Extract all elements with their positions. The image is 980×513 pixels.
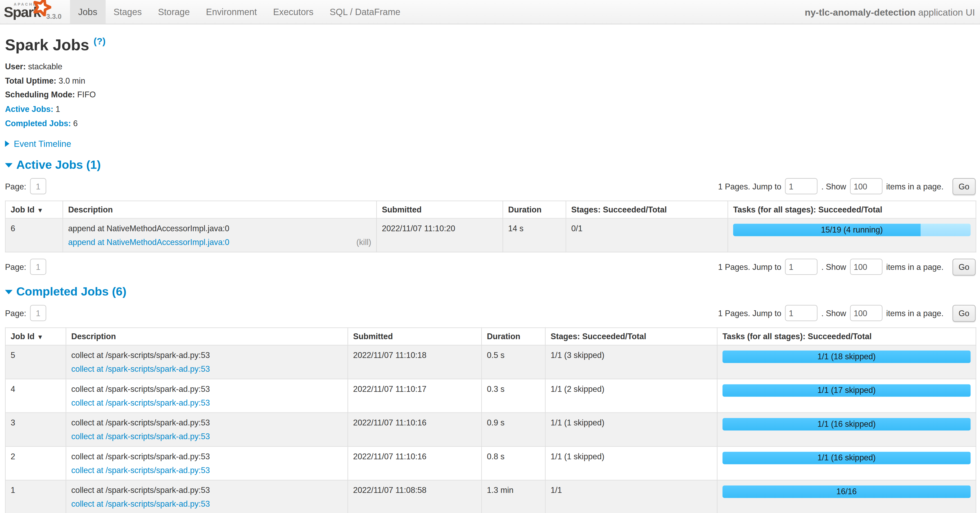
submitted-cell: 2022/11/07 11:10:17 xyxy=(348,379,481,413)
column-submitted[interactable]: Submitted xyxy=(348,328,481,345)
stages-cell: 1/1 (1 skipped) xyxy=(545,413,717,446)
tab-environment[interactable]: Environment xyxy=(198,0,265,24)
job-detail-link[interactable]: collect at /spark-scripts/spark-ad.py:53 xyxy=(71,499,210,508)
jump-to-page-input[interactable] xyxy=(785,178,818,194)
application-title: ny-tlc-anomaly-detection application UI xyxy=(805,0,980,24)
page-label: Page: xyxy=(5,262,26,272)
progress-label: 1/1 (17 skipped) xyxy=(722,384,971,397)
duration-cell: 0.8 s xyxy=(482,446,546,480)
active-jobs-table: Job Id▼ Description Submitted Duration S… xyxy=(5,200,976,253)
items-in-page-text: items in a page. xyxy=(886,181,943,191)
completed-jobs-section-title: Completed Jobs (6) xyxy=(16,285,126,299)
tasks-progress-bar: 16/16 xyxy=(722,486,971,498)
go-button[interactable]: Go xyxy=(952,178,975,195)
items-in-page-text: items in a page. xyxy=(886,262,943,272)
pages-jump-text: 1 Pages. Jump to xyxy=(718,262,781,272)
completed-jobs-section-header[interactable]: Completed Jobs (6) xyxy=(5,285,976,299)
kill-link[interactable]: (kill) xyxy=(356,238,371,247)
tasks-progress-bar: 1/1 (17 skipped) xyxy=(722,384,971,397)
tasks-cell: 1/1 (18 skipped) xyxy=(717,345,976,379)
submitted-cell: 2022/11/07 11:10:20 xyxy=(377,219,503,253)
items-per-page-input[interactable] xyxy=(850,178,882,194)
page-number-input[interactable] xyxy=(30,178,46,194)
main-content: Spark Jobs (?) User: stackable Total Upt… xyxy=(0,36,980,513)
page-title-text: Spark Jobs xyxy=(5,36,89,53)
job-detail-link[interactable]: collect at /spark-scripts/spark-ad.py:53 xyxy=(71,398,210,407)
column-job-id-label: Job Id xyxy=(11,205,34,214)
spark-logo[interactable]: APACHE Spark 3.3.0 xyxy=(0,0,65,24)
completed-job-row: 1 collect at /spark-scripts/spark-ad.py:… xyxy=(5,480,976,513)
description-cell: collect at /spark-scripts/spark-ad.py:53… xyxy=(66,379,348,413)
column-duration[interactable]: Duration xyxy=(503,201,566,218)
jump-to-page-input[interactable] xyxy=(785,305,818,321)
stages-cell: 1/1 xyxy=(545,480,717,513)
column-duration[interactable]: Duration xyxy=(482,328,546,345)
column-job-id-label: Job Id xyxy=(11,332,34,341)
column-description[interactable]: Description xyxy=(66,328,348,345)
tab-executors[interactable]: Executors xyxy=(265,0,321,24)
column-stages[interactable]: Stages: Succeeded/Total xyxy=(566,201,728,218)
tasks-progress-bar: 15/19 (4 running) xyxy=(733,224,970,236)
items-per-page-input[interactable] xyxy=(850,259,882,275)
event-timeline-toggle[interactable]: Event Timeline xyxy=(5,139,976,149)
column-submitted[interactable]: Submitted xyxy=(377,201,503,218)
spark-ui-page: APACHE Spark 3.3.0 Jobs Stages Storage E… xyxy=(0,0,980,513)
active-jobs-link[interactable]: Active Jobs: xyxy=(5,104,54,113)
active-jobs-section-header[interactable]: Active Jobs (1) xyxy=(5,158,976,172)
go-button[interactable]: Go xyxy=(952,305,975,321)
column-job-id[interactable]: Job Id▼ xyxy=(5,201,63,218)
summary-user: User: stackable xyxy=(5,61,976,72)
progress-label: 15/19 (4 running) xyxy=(733,224,970,236)
stages-cell: 0/1 xyxy=(566,219,728,253)
summary-active-jobs: Active Jobs: 1 xyxy=(5,104,976,114)
jump-to-page-input[interactable] xyxy=(785,259,818,275)
collapsed-arrow-icon xyxy=(5,141,10,147)
column-tasks[interactable]: Tasks (for all stages): Succeeded/Total xyxy=(728,201,976,218)
nav-tabs: Jobs Stages Storage Environment Executor… xyxy=(70,0,408,24)
show-text: . Show xyxy=(821,181,846,191)
job-description: collect at /spark-scripts/spark-ad.py:53 xyxy=(71,486,342,495)
help-link[interactable]: (?) xyxy=(94,36,106,46)
navbar: APACHE Spark 3.3.0 Jobs Stages Storage E… xyxy=(0,0,980,24)
summary-scheduling-value: FIFO xyxy=(77,90,96,100)
column-stages[interactable]: Stages: Succeeded/Total xyxy=(545,328,717,345)
progress-label: 1/1 (16 skipped) xyxy=(722,452,971,464)
go-button[interactable]: Go xyxy=(952,259,975,275)
column-tasks[interactable]: Tasks (for all stages): Succeeded/Total xyxy=(717,328,976,345)
show-text: . Show xyxy=(821,308,846,318)
column-description[interactable]: Description xyxy=(63,201,377,218)
job-id-cell: 1 xyxy=(5,480,66,513)
job-id-cell: 5 xyxy=(5,345,66,379)
tab-stages[interactable]: Stages xyxy=(105,0,150,24)
description-cell: append at NativeMethodAccessorImpl.java:… xyxy=(63,219,377,253)
completed-jobs-link[interactable]: Completed Jobs: xyxy=(5,119,71,128)
completed-job-row: 3 collect at /spark-scripts/spark-ad.py:… xyxy=(5,413,976,446)
progress-label: 1/1 (18 skipped) xyxy=(722,351,971,363)
tab-jobs[interactable]: Jobs xyxy=(70,0,105,24)
items-per-page-input[interactable] xyxy=(850,305,882,321)
items-in-page-text: items in a page. xyxy=(886,308,943,318)
sort-desc-icon: ▼ xyxy=(37,334,43,340)
progress-label: 1/1 (16 skipped) xyxy=(722,418,971,430)
expanded-arrow-icon xyxy=(5,163,13,167)
tab-sql-dataframe[interactable]: SQL / DataFrame xyxy=(321,0,408,24)
job-detail-link[interactable]: collect at /spark-scripts/spark-ad.py:53 xyxy=(71,432,210,441)
application-name: ny-tlc-anomaly-detection xyxy=(805,6,916,17)
tab-storage[interactable]: Storage xyxy=(150,0,198,24)
job-detail-link[interactable]: append at NativeMethodAccessorImpl.java:… xyxy=(68,238,229,247)
active-jobs-section-title: Active Jobs (1) xyxy=(16,158,100,172)
job-detail-link[interactable]: collect at /spark-scripts/spark-ad.py:53 xyxy=(71,465,210,475)
column-job-id[interactable]: Job Id▼ xyxy=(5,328,66,345)
completed-job-row: 4 collect at /spark-scripts/spark-ad.py:… xyxy=(5,379,976,413)
job-id-cell: 4 xyxy=(5,379,66,413)
page-number-input[interactable] xyxy=(30,259,46,275)
job-id-cell: 3 xyxy=(5,413,66,446)
summary-list: User: stackable Total Uptime: 3.0 min Sc… xyxy=(5,61,976,129)
expanded-arrow-icon xyxy=(5,290,13,294)
page-title: Spark Jobs (?) xyxy=(5,36,976,54)
pages-jump-text: 1 Pages. Jump to xyxy=(718,181,781,191)
job-detail-link[interactable]: collect at /spark-scripts/spark-ad.py:53 xyxy=(71,364,210,373)
summary-scheduling-mode: Scheduling Mode: FIFO xyxy=(5,90,976,100)
page-number-input[interactable] xyxy=(30,305,46,321)
active-job-row: 6 append at NativeMethodAccessorImpl.jav… xyxy=(5,219,976,253)
